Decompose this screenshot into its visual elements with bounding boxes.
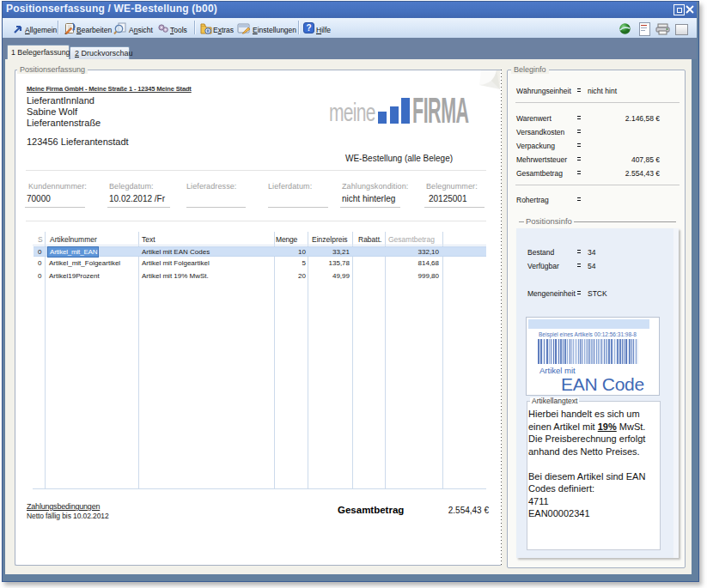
svg-text:?: ? [306,23,311,33]
